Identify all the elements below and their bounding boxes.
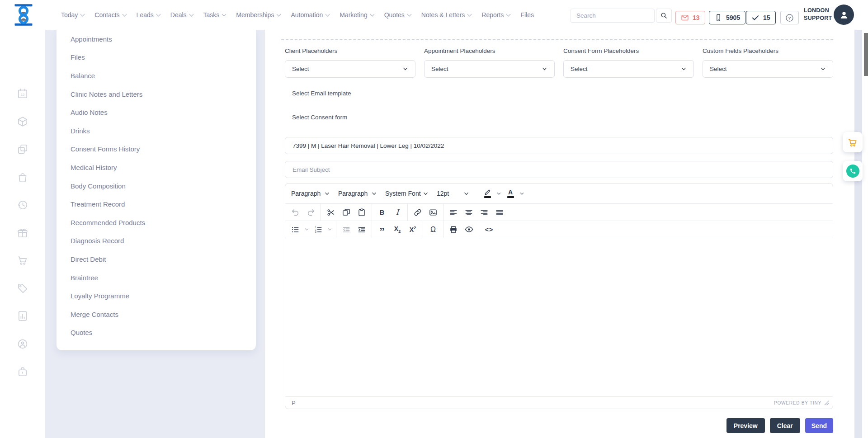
sidebar-item[interactable]: Braintree [57, 268, 256, 287]
highlight-color-button[interactable] [480, 187, 495, 200]
sidebar-item[interactable]: Files [57, 48, 256, 67]
sidebar-item[interactable]: Medical History [57, 158, 256, 177]
nav-item[interactable]: Leads [137, 11, 160, 19]
editor-content-area[interactable] [285, 238, 833, 396]
sidebar-item[interactable]: Clinic Notes and Letters [57, 85, 256, 104]
history-icon[interactable] [17, 199, 28, 211]
print-button[interactable] [446, 223, 461, 236]
lock-icon[interactable] [17, 366, 28, 377]
align-justify-button[interactable] [492, 206, 507, 219]
select-email-template-link[interactable]: Select Email template [292, 90, 351, 97]
app-logo-hourglass-icon[interactable] [13, 3, 34, 27]
shopping-bag-icon[interactable] [17, 171, 28, 183]
sidebar-item[interactable]: Drinks [57, 122, 256, 140]
sidebar-item[interactable]: Loyalty Programme [57, 287, 256, 305]
sidebar-item[interactable]: Merge Contacts [57, 305, 256, 324]
undo-button[interactable] [288, 206, 303, 219]
placeholder-select[interactable]: Select [285, 60, 415, 78]
nav-item[interactable]: Notes & Letters [421, 11, 472, 19]
powered-by-tiny[interactable]: POWERED BY TINY [774, 400, 821, 405]
cart-widget-button[interactable] [843, 132, 863, 152]
blockquote-button[interactable]: ” [374, 223, 390, 236]
font-family-select[interactable]: System Font [381, 186, 433, 201]
sidebar-item[interactable]: Direct Debit [57, 250, 256, 268]
align-right-button[interactable] [476, 206, 492, 219]
highlight-color-menu-button[interactable] [495, 187, 503, 200]
report-icon[interactable] [17, 310, 28, 322]
phone-widget-button[interactable] [843, 161, 863, 181]
messages-badge[interactable]: 13 [675, 11, 705, 24]
text-color-menu-button[interactable] [518, 187, 526, 200]
duplicate-icon[interactable] [17, 143, 28, 155]
align-left-button[interactable] [446, 206, 461, 219]
calendar-icon[interactable]: 12 [17, 88, 28, 99]
sidebar-item[interactable]: Audio Notes [57, 103, 256, 122]
insert-link-button[interactable] [410, 206, 425, 219]
sidebar-item[interactable]: Treatment Record [57, 195, 256, 213]
italic-button[interactable]: I [390, 206, 405, 219]
paste-button[interactable] [354, 206, 369, 219]
redo-button[interactable] [303, 206, 318, 219]
appointment-subject-input[interactable] [285, 137, 833, 154]
package-icon[interactable] [17, 116, 28, 127]
send-email-button[interactable]: Send [805, 418, 833, 433]
superscript-button[interactable]: X2 [405, 223, 420, 236]
scrollbar-thumb[interactable] [864, 33, 868, 76]
inner-scrollbar-track[interactable] [854, 30, 862, 438]
nav-item[interactable]: Automation [291, 11, 329, 19]
gift-icon[interactable] [17, 227, 28, 239]
email-subject-input[interactable] [285, 161, 833, 178]
nav-item[interactable]: Contacts [94, 11, 126, 19]
resize-handle-icon[interactable] [824, 400, 829, 405]
indent-button[interactable] [354, 223, 369, 236]
nav-item[interactable]: Quotes [384, 11, 411, 19]
placeholder-select[interactable]: Select [703, 60, 833, 78]
subscript-button[interactable]: X2 [390, 223, 405, 236]
source-code-button[interactable]: <> [481, 223, 497, 236]
text-color-button[interactable]: A [503, 187, 518, 200]
nav-item[interactable]: Marketing [340, 11, 373, 19]
numbered-list-button[interactable]: 123 [311, 223, 326, 236]
placeholder-select[interactable]: Select [563, 60, 694, 78]
support-icon[interactable] [17, 338, 28, 350]
numbered-list-menu-button[interactable] [326, 223, 334, 236]
help-button[interactable]: ? [780, 11, 799, 24]
placeholder-select[interactable]: Select [424, 60, 555, 78]
tasks-done-badge[interactable]: 15 [746, 11, 776, 24]
sidebar-item[interactable]: Quotes [57, 324, 256, 342]
outdent-button[interactable] [339, 223, 354, 236]
tag-icon[interactable] [17, 283, 28, 294]
cart-icon[interactable] [17, 254, 28, 266]
calls-badge[interactable]: 5905 [709, 11, 745, 24]
nav-item[interactable]: Reports [481, 11, 510, 19]
preview-email-button[interactable]: Preview [726, 418, 765, 433]
search-button[interactable] [656, 9, 672, 23]
bold-button[interactable]: B [374, 206, 390, 219]
nav-item[interactable]: Tasks [203, 11, 226, 19]
nav-item[interactable]: Deals [170, 11, 193, 19]
sidebar-item[interactable]: Body Composition [57, 177, 256, 195]
insert-image-button[interactable] [425, 206, 441, 219]
sidebar-item[interactable]: Appointments [57, 30, 256, 48]
special-character-button[interactable]: Ω [425, 223, 441, 236]
preview-button[interactable] [461, 223, 476, 236]
align-center-button[interactable] [461, 206, 476, 219]
copy-button[interactable] [339, 206, 354, 219]
bullet-list-button[interactable] [288, 223, 303, 236]
sidebar-item[interactable]: Balance [57, 66, 256, 85]
select-consent-form-link[interactable]: Select Consent form [292, 114, 347, 121]
cut-button[interactable] [323, 206, 339, 219]
font-size-select[interactable]: 12pt [433, 186, 473, 201]
nav-item[interactable]: Today [61, 11, 84, 19]
clear-email-button[interactable]: Clear [770, 418, 800, 433]
search-input[interactable] [571, 9, 655, 23]
bullet-list-menu-button[interactable] [303, 223, 311, 236]
paragraph-style-select[interactable]: Paragraph [334, 186, 381, 201]
nav-item[interactable]: Memberships [236, 11, 280, 19]
sidebar-item[interactable]: Diagnosis Record [57, 232, 256, 250]
sidebar-item[interactable]: Recommended Products [57, 213, 256, 232]
avatar[interactable] [834, 5, 854, 25]
block-format-select[interactable]: Paragraph [287, 186, 334, 201]
nav-item[interactable]: Files [520, 11, 534, 19]
element-path[interactable]: P [292, 400, 296, 406]
